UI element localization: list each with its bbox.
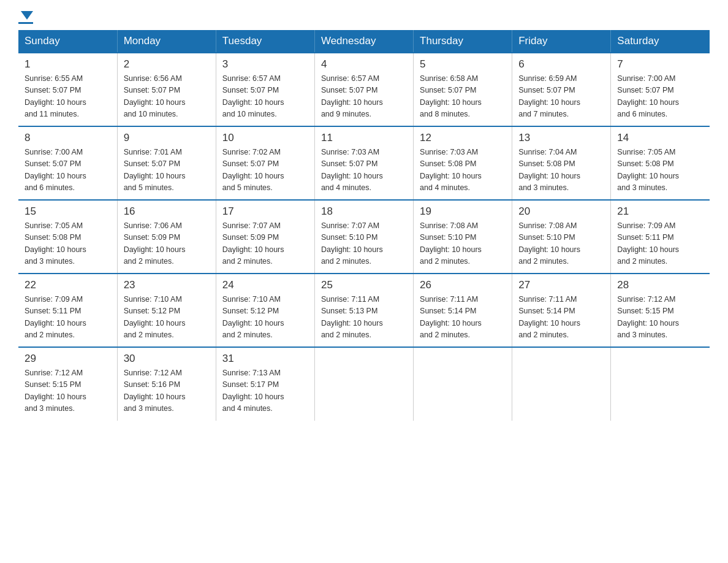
calendar-day-17: 17 Sunrise: 7:07 AM Sunset: 5:09 PM Dayl… <box>216 200 314 274</box>
calendar-day-3: 3 Sunrise: 6:57 AM Sunset: 5:07 PM Dayli… <box>216 53 314 126</box>
day-number: 5 <box>420 58 506 71</box>
calendar-day-8: 8 Sunrise: 7:00 AM Sunset: 5:07 PM Dayli… <box>18 126 117 200</box>
day-info: Sunrise: 6:58 AM Sunset: 5:07 PM Dayligh… <box>420 73 506 121</box>
calendar-week-5: 29 Sunrise: 7:12 AM Sunset: 5:15 PM Dayl… <box>18 347 710 421</box>
day-number: 12 <box>420 132 506 144</box>
day-number: 27 <box>518 279 604 291</box>
calendar-day-14: 14 Sunrise: 7:05 AM Sunset: 5:08 PM Dayl… <box>611 126 710 200</box>
day-number: 18 <box>321 205 407 218</box>
day-info: Sunrise: 7:09 AM Sunset: 5:11 PM Dayligh… <box>25 294 111 342</box>
day-info: Sunrise: 6:57 AM Sunset: 5:07 PM Dayligh… <box>321 73 407 121</box>
day-info: Sunrise: 7:08 AM Sunset: 5:10 PM Dayligh… <box>518 220 604 268</box>
calendar-week-4: 22 Sunrise: 7:09 AM Sunset: 5:11 PM Dayl… <box>18 274 710 347</box>
day-info: Sunrise: 7:13 AM Sunset: 5:17 PM Dayligh… <box>222 367 308 415</box>
day-info: Sunrise: 7:00 AM Sunset: 5:07 PM Dayligh… <box>25 147 111 194</box>
day-number: 14 <box>617 132 703 144</box>
column-header-tuesday: Tuesday <box>216 30 314 53</box>
column-header-thursday: Thursday <box>414 30 512 53</box>
calendar-day-22: 22 Sunrise: 7:09 AM Sunset: 5:11 PM Dayl… <box>18 274 117 347</box>
day-info: Sunrise: 7:08 AM Sunset: 5:10 PM Dayligh… <box>420 220 506 268</box>
calendar-day-18: 18 Sunrise: 7:07 AM Sunset: 5:10 PM Dayl… <box>314 200 413 274</box>
day-number: 8 <box>25 132 111 144</box>
day-info: Sunrise: 7:12 AM Sunset: 5:15 PM Dayligh… <box>25 367 111 415</box>
day-number: 7 <box>617 58 703 71</box>
logo <box>18 12 33 24</box>
day-number: 3 <box>222 58 308 71</box>
day-info: Sunrise: 7:05 AM Sunset: 5:08 PM Dayligh… <box>25 220 111 268</box>
calendar-day-28: 28 Sunrise: 7:12 AM Sunset: 5:15 PM Dayl… <box>611 274 710 347</box>
logo-line <box>18 22 33 24</box>
calendar-day-21: 21 Sunrise: 7:09 AM Sunset: 5:11 PM Dayl… <box>611 200 710 274</box>
calendar-day-25: 25 Sunrise: 7:11 AM Sunset: 5:13 PM Dayl… <box>314 274 413 347</box>
logo-triangle-icon <box>21 11 33 20</box>
day-number: 10 <box>222 132 308 144</box>
day-number: 29 <box>25 353 111 365</box>
calendar-day-27: 27 Sunrise: 7:11 AM Sunset: 5:14 PM Dayl… <box>512 274 611 347</box>
empty-day-cell <box>512 347 611 421</box>
day-number: 20 <box>518 205 604 218</box>
day-info: Sunrise: 7:10 AM Sunset: 5:12 PM Dayligh… <box>124 294 210 342</box>
day-number: 23 <box>124 279 210 291</box>
day-number: 19 <box>420 205 506 218</box>
day-number: 2 <box>124 58 210 71</box>
day-info: Sunrise: 7:11 AM Sunset: 5:14 PM Dayligh… <box>420 294 506 342</box>
column-header-monday: Monday <box>117 30 216 53</box>
day-number: 11 <box>321 132 407 144</box>
day-info: Sunrise: 7:12 AM Sunset: 5:16 PM Dayligh… <box>124 367 210 415</box>
day-info: Sunrise: 6:55 AM Sunset: 5:07 PM Dayligh… <box>25 73 111 121</box>
calendar-day-26: 26 Sunrise: 7:11 AM Sunset: 5:14 PM Dayl… <box>414 274 512 347</box>
day-info: Sunrise: 7:03 AM Sunset: 5:08 PM Dayligh… <box>420 147 506 194</box>
day-info: Sunrise: 7:07 AM Sunset: 5:10 PM Dayligh… <box>321 220 407 268</box>
day-info: Sunrise: 7:03 AM Sunset: 5:07 PM Dayligh… <box>321 147 407 194</box>
calendar-day-4: 4 Sunrise: 6:57 AM Sunset: 5:07 PM Dayli… <box>314 53 413 126</box>
calendar-day-1: 1 Sunrise: 6:55 AM Sunset: 5:07 PM Dayli… <box>18 53 117 126</box>
calendar-day-16: 16 Sunrise: 7:06 AM Sunset: 5:09 PM Dayl… <box>117 200 216 274</box>
day-info: Sunrise: 6:56 AM Sunset: 5:07 PM Dayligh… <box>124 73 210 121</box>
day-info: Sunrise: 6:57 AM Sunset: 5:07 PM Dayligh… <box>222 73 308 121</box>
empty-day-cell <box>314 347 413 421</box>
calendar-table: SundayMondayTuesdayWednesdayThursdayFrid… <box>18 30 710 421</box>
empty-day-cell <box>611 347 710 421</box>
calendar-day-11: 11 Sunrise: 7:03 AM Sunset: 5:07 PM Dayl… <box>314 126 413 200</box>
calendar-week-3: 15 Sunrise: 7:05 AM Sunset: 5:08 PM Dayl… <box>18 200 710 274</box>
day-number: 21 <box>617 205 703 218</box>
day-info: Sunrise: 7:10 AM Sunset: 5:12 PM Dayligh… <box>222 294 308 342</box>
day-info: Sunrise: 7:04 AM Sunset: 5:08 PM Dayligh… <box>518 147 604 194</box>
day-info: Sunrise: 7:00 AM Sunset: 5:07 PM Dayligh… <box>617 73 703 121</box>
calendar-day-5: 5 Sunrise: 6:58 AM Sunset: 5:07 PM Dayli… <box>414 53 512 126</box>
day-number: 1 <box>25 58 111 71</box>
page-header <box>18 12 710 24</box>
day-info: Sunrise: 7:02 AM Sunset: 5:07 PM Dayligh… <box>222 147 308 194</box>
column-header-sunday: Sunday <box>18 30 117 53</box>
day-number: 17 <box>222 205 308 218</box>
day-number: 30 <box>124 353 210 365</box>
day-info: Sunrise: 7:07 AM Sunset: 5:09 PM Dayligh… <box>222 220 308 268</box>
day-number: 24 <box>222 279 308 291</box>
empty-day-cell <box>414 347 512 421</box>
day-info: Sunrise: 7:01 AM Sunset: 5:07 PM Dayligh… <box>124 147 210 194</box>
calendar-week-1: 1 Sunrise: 6:55 AM Sunset: 5:07 PM Dayli… <box>18 53 710 126</box>
day-info: Sunrise: 7:11 AM Sunset: 5:14 PM Dayligh… <box>518 294 604 342</box>
column-header-saturday: Saturday <box>611 30 710 53</box>
calendar-day-31: 31 Sunrise: 7:13 AM Sunset: 5:17 PM Dayl… <box>216 347 314 421</box>
calendar-day-29: 29 Sunrise: 7:12 AM Sunset: 5:15 PM Dayl… <box>18 347 117 421</box>
column-header-wednesday: Wednesday <box>314 30 413 53</box>
calendar-day-10: 10 Sunrise: 7:02 AM Sunset: 5:07 PM Dayl… <box>216 126 314 200</box>
calendar-day-30: 30 Sunrise: 7:12 AM Sunset: 5:16 PM Dayl… <box>117 347 216 421</box>
day-info: Sunrise: 7:05 AM Sunset: 5:08 PM Dayligh… <box>617 147 703 194</box>
day-number: 26 <box>420 279 506 291</box>
calendar-day-2: 2 Sunrise: 6:56 AM Sunset: 5:07 PM Dayli… <box>117 53 216 126</box>
day-info: Sunrise: 7:06 AM Sunset: 5:09 PM Dayligh… <box>124 220 210 268</box>
day-number: 6 <box>518 58 604 71</box>
calendar-day-13: 13 Sunrise: 7:04 AM Sunset: 5:08 PM Dayl… <box>512 126 611 200</box>
calendar-day-19: 19 Sunrise: 7:08 AM Sunset: 5:10 PM Dayl… <box>414 200 512 274</box>
day-number: 13 <box>518 132 604 144</box>
day-number: 4 <box>321 58 407 71</box>
day-info: Sunrise: 7:12 AM Sunset: 5:15 PM Dayligh… <box>617 294 703 342</box>
calendar-day-23: 23 Sunrise: 7:10 AM Sunset: 5:12 PM Dayl… <box>117 274 216 347</box>
day-number: 9 <box>124 132 210 144</box>
day-number: 15 <box>25 205 111 218</box>
day-number: 16 <box>124 205 210 218</box>
calendar-week-2: 8 Sunrise: 7:00 AM Sunset: 5:07 PM Dayli… <box>18 126 710 200</box>
calendar-day-6: 6 Sunrise: 6:59 AM Sunset: 5:07 PM Dayli… <box>512 53 611 126</box>
